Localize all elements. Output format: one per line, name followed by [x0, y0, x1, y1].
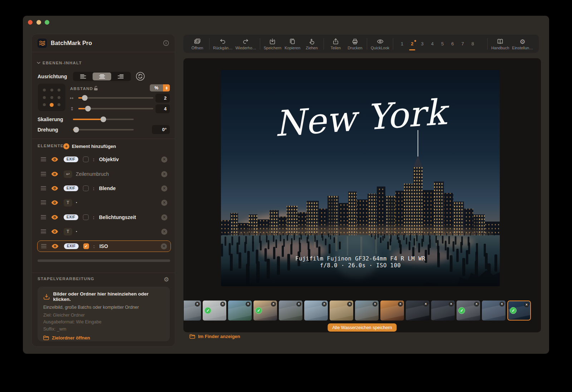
- visibility-eye-icon[interactable]: [51, 186, 58, 191]
- label-checkbox[interactable]: [83, 185, 89, 191]
- watermarked-photo-preview[interactable]: New York Fujifilm Fujinon GF32-64mm F4 R…: [221, 70, 500, 286]
- minimize-window-button[interactable]: [36, 20, 41, 25]
- page-2-active[interactable]: 2: [410, 40, 414, 47]
- visibility-eye-icon[interactable]: [51, 229, 58, 234]
- label-checkbox-checked[interactable]: ✓: [83, 243, 89, 249]
- element-row-objektiv[interactable]: EXIF : Objektiv ×: [37, 154, 171, 165]
- quicklook-button[interactable]: QuickLook: [369, 38, 391, 50]
- drag-handle-icon[interactable]: [41, 200, 46, 205]
- unlock-icon[interactable]: [94, 86, 98, 92]
- unit-dropdown[interactable]: %: [150, 84, 170, 91]
- visibility-eye-icon[interactable]: [51, 157, 58, 162]
- elements-scrollbar[interactable]: [38, 259, 170, 262]
- remove-element-icon[interactable]: ×: [161, 200, 167, 206]
- anchor-dot[interactable]: [58, 89, 60, 91]
- thumbnail-new-york-night[interactable]: ×✓: [507, 301, 531, 321]
- remove-image-icon[interactable]: ×: [195, 302, 200, 307]
- remove-element-icon[interactable]: ×: [161, 185, 167, 192]
- remove-element-icon[interactable]: ×: [161, 243, 167, 249]
- remove-image-icon[interactable]: ×: [474, 302, 479, 307]
- visibility-eye-icon[interactable]: [51, 244, 59, 249]
- sync-alignment-icon[interactable]: [135, 71, 145, 81]
- drag-handle-icon[interactable]: [41, 157, 46, 162]
- thumbnail-crowd-umbrellas[interactable]: ×✓: [457, 301, 480, 321]
- anchor-dot[interactable]: [58, 96, 60, 99]
- page-5[interactable]: 5: [441, 40, 444, 47]
- anchor-dot[interactable]: [43, 96, 46, 99]
- save-all-watermarks-button[interactable]: Alle Wasserzeichen speichern: [328, 323, 397, 332]
- share-button[interactable]: Teilen: [326, 38, 345, 50]
- thumbnail-palm-tree[interactable]: ×: [228, 301, 252, 321]
- drag-handle-icon[interactable]: [41, 186, 46, 190]
- thumbnail-orange-walker[interactable]: ×: [380, 301, 404, 321]
- page-7[interactable]: 7: [461, 40, 464, 47]
- batch-dropzone[interactable]: Bilder oder Ordner hier hineinziehen ode…: [38, 287, 170, 341]
- remove-image-icon[interactable]: ×: [347, 302, 352, 307]
- element-row-text[interactable]: T · ×: [37, 226, 171, 237]
- thumbnail-coast-cliffs[interactable]: ×: [304, 301, 328, 321]
- section-ebenen-inhalt[interactable]: EBENEN-INHALT: [37, 61, 82, 65]
- slider-knob[interactable]: [82, 95, 88, 101]
- settings-button[interactable]: ⚙ Einstellun…: [511, 38, 534, 50]
- remove-image-icon[interactable]: ×: [322, 302, 327, 307]
- remove-image-icon[interactable]: ×: [524, 302, 529, 307]
- remove-image-icon[interactable]: ×: [449, 302, 454, 307]
- remove-image-icon[interactable]: ×: [246, 302, 251, 307]
- thumbnail-mountain-dusk[interactable]: ×: [279, 301, 302, 321]
- anchor-dot[interactable]: [50, 96, 53, 99]
- anchor-dot[interactable]: [43, 103, 46, 106]
- remove-element-icon[interactable]: ×: [161, 214, 167, 220]
- stepper-icon[interactable]: [163, 84, 170, 91]
- thumbnail-bmx-rider[interactable]: ×: [184, 301, 201, 321]
- save-button[interactable]: Speichern: [262, 38, 283, 50]
- anchor-position-grid[interactable]: [38, 84, 65, 111]
- element-row-belichtungszeit[interactable]: EXIF : Belichtungszeit ×: [37, 212, 171, 223]
- remove-image-icon[interactable]: ×: [398, 302, 403, 307]
- anchor-dot[interactable]: [43, 89, 46, 91]
- element-row-blende[interactable]: EXIF : Blende ×: [37, 183, 171, 194]
- visibility-eye-icon[interactable]: [51, 200, 58, 205]
- redo-button[interactable]: Wiederho…: [234, 38, 257, 50]
- align-center-button[interactable]: [93, 73, 112, 80]
- visibility-eye-icon[interactable]: [51, 172, 58, 177]
- remove-element-icon[interactable]: ×: [161, 171, 167, 177]
- page-8[interactable]: 8: [471, 40, 474, 47]
- page-6[interactable]: 6: [451, 40, 454, 47]
- thumbnail-skatepark[interactable]: ×✓: [203, 301, 226, 321]
- slider-knob[interactable]: [85, 106, 91, 111]
- drag-handle-icon[interactable]: [41, 229, 46, 234]
- spacing-h-value[interactable]: 2: [156, 94, 170, 103]
- remove-image-icon[interactable]: ×: [296, 302, 301, 307]
- thumbnail-strip[interactable]: ××✓××✓××××××××✓××✓: [184, 300, 531, 321]
- element-row-zeilenumbruch[interactable]: ↩ Zeilenumbruch ×: [37, 168, 171, 180]
- rotation-value[interactable]: 0°: [152, 125, 170, 134]
- thumbnail-dune-sunset[interactable]: ×✓: [253, 301, 277, 321]
- scale-slider[interactable]: [73, 119, 134, 120]
- drag-handle-icon[interactable]: [41, 172, 46, 176]
- anchor-dot-selected[interactable]: [50, 103, 54, 107]
- visibility-eye-icon[interactable]: [51, 215, 58, 220]
- thumbnail-bridge-cables[interactable]: ×: [482, 301, 506, 321]
- open-target-folder-button[interactable]: Zielordner öffnen: [43, 335, 164, 341]
- label-checkbox[interactable]: [83, 157, 89, 162]
- remove-element-icon[interactable]: ×: [161, 229, 167, 235]
- spacing-v-value[interactable]: 4: [156, 104, 170, 113]
- add-element-button[interactable]: + Element hinzufügen: [63, 143, 116, 149]
- remove-image-icon[interactable]: ×: [499, 302, 504, 307]
- drag-handle-icon[interactable]: [41, 244, 46, 248]
- slider-knob[interactable]: [73, 127, 79, 133]
- remove-image-icon[interactable]: ×: [423, 302, 428, 307]
- zoom-window-button[interactable]: [45, 20, 49, 25]
- show-in-finder-link[interactable]: Im Finder anzeigen: [189, 334, 240, 339]
- element-row-text[interactable]: T · ×: [37, 197, 171, 208]
- anchor-dot[interactable]: [58, 103, 60, 106]
- slider-knob[interactable]: [100, 116, 106, 122]
- remove-image-icon[interactable]: ×: [373, 302, 378, 307]
- remove-image-icon[interactable]: ×: [220, 302, 225, 307]
- batch-settings-gear-icon[interactable]: ⚙: [164, 277, 169, 283]
- copy-button[interactable]: Kopieren: [283, 38, 302, 50]
- undo-button[interactable]: Rückgän…: [212, 38, 234, 50]
- rotation-slider[interactable]: [73, 129, 134, 130]
- spacing-v-slider[interactable]: [78, 108, 153, 109]
- thumbnail-lattice-roof[interactable]: ×: [330, 301, 353, 321]
